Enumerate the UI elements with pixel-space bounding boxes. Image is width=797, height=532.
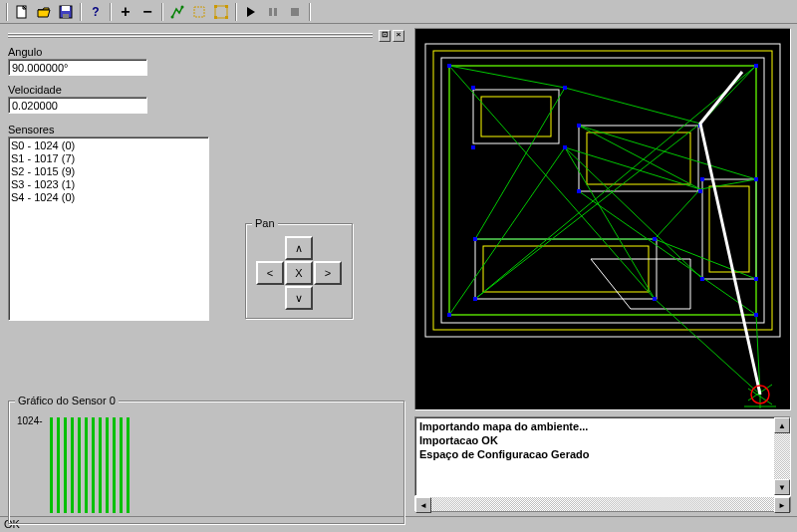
list-item[interactable]: S3 - 1023 (1) (11, 178, 206, 191)
svg-rect-20 (481, 97, 551, 136)
open-button[interactable] (34, 2, 54, 22)
scroll-down-icon[interactable]: ▼ (774, 479, 790, 495)
bar (120, 417, 123, 513)
svg-rect-40 (754, 177, 758, 181)
panel-grip[interactable] (8, 33, 373, 39)
right-panel: Importando mapa do ambiente... Importaca… (412, 24, 797, 516)
svg-rect-26 (483, 246, 649, 292)
svg-rect-3 (63, 14, 69, 18)
svg-rect-43 (473, 237, 477, 241)
list-item[interactable]: S2 - 1015 (9) (11, 165, 206, 178)
svg-rect-34 (471, 145, 475, 149)
log-textarea[interactable]: Importando mapa do ambiente... Importaca… (414, 416, 791, 496)
sensor-chart: 1024- (17, 413, 396, 515)
svg-point-4 (171, 15, 174, 18)
log-vscrollbar[interactable]: ▲ ▼ (774, 417, 790, 495)
sensores-label: Sensores (8, 124, 404, 135)
list-item[interactable]: S4 - 1024 (0) (11, 191, 206, 204)
svg-rect-31 (563, 86, 567, 90)
separator (235, 3, 237, 21)
svg-rect-39 (700, 177, 704, 181)
chart-bars (50, 417, 130, 513)
sensor-chart-label: Gráfico do Sensor 0 (15, 395, 119, 406)
pan-label: Pan (252, 217, 278, 229)
svg-rect-2 (62, 6, 70, 11)
scroll-left-icon[interactable]: ◄ (415, 497, 431, 513)
save-button[interactable] (56, 2, 76, 22)
svg-rect-10 (214, 16, 217, 19)
svg-rect-42 (754, 277, 758, 281)
list-item[interactable]: S0 - 1024 (0) (11, 139, 206, 152)
log-line: Importacao OK (419, 433, 786, 447)
main-panels: ⊡ × Angulo Velocidade Sensores S0 - 1024… (0, 24, 797, 516)
log-line: Espaço de Configuracao Gerado (419, 447, 786, 461)
pause-button[interactable] (263, 2, 283, 22)
log-hscrollbar[interactable]: ◄ ► (414, 496, 791, 512)
separator (161, 3, 163, 21)
angulo-input[interactable] (8, 59, 147, 76)
zoom-in-button[interactable]: + (116, 2, 135, 22)
svg-rect-15 (425, 44, 780, 337)
bar (71, 417, 74, 513)
svg-rect-29 (447, 313, 451, 317)
stop-button[interactable] (285, 2, 305, 22)
pan-right-button[interactable]: > (314, 261, 342, 285)
scroll-up-icon[interactable]: ▲ (774, 417, 790, 433)
velocidade-input[interactable] (8, 97, 147, 114)
map-svg (415, 29, 790, 409)
bar (106, 417, 109, 513)
svg-rect-19 (473, 90, 559, 143)
sensor-chart-group: Gráfico do Sensor 0 1024- (8, 400, 404, 524)
scroll-track[interactable] (431, 497, 774, 511)
svg-rect-35 (577, 124, 581, 128)
separator (309, 3, 311, 21)
scroll-right-icon[interactable]: ► (774, 497, 790, 513)
svg-rect-9 (225, 5, 228, 8)
svg-rect-12 (269, 8, 272, 16)
svg-rect-14 (291, 8, 299, 16)
svg-rect-44 (653, 237, 657, 241)
bar (50, 417, 53, 513)
panel-titlebar: ⊡ × (8, 30, 404, 42)
bounds-tool-button[interactable] (211, 2, 231, 22)
zoom-out-button[interactable]: − (137, 2, 157, 22)
map-canvas[interactable] (414, 28, 791, 410)
pan-left-button[interactable]: < (256, 261, 284, 285)
separator (6, 3, 8, 21)
graph-tool-button[interactable] (167, 2, 187, 22)
log-line: Importando mapa do ambiente... (419, 419, 786, 433)
pan-center-button[interactable]: X (285, 261, 313, 285)
sensores-listbox[interactable]: S0 - 1024 (0) S1 - 1017 (7) S2 - 1015 (9… (8, 136, 209, 321)
list-item[interactable]: S1 - 1017 (7) (11, 152, 206, 165)
bar (85, 417, 88, 513)
svg-point-5 (181, 5, 184, 8)
play-button[interactable] (241, 2, 261, 22)
svg-rect-37 (577, 189, 581, 193)
log-panel: Importando mapa do ambiente... Importaca… (414, 416, 791, 512)
chart-ytick: 1024- (17, 415, 43, 426)
svg-rect-18 (449, 66, 756, 315)
left-panel: ⊡ × Angulo Velocidade Sensores S0 - 1024… (0, 24, 412, 516)
svg-rect-23 (702, 179, 756, 279)
region-tool-button[interactable] (189, 2, 209, 22)
svg-rect-33 (471, 86, 475, 90)
svg-rect-32 (563, 145, 567, 149)
pan-down-button[interactable]: ∨ (285, 286, 313, 310)
scroll-track[interactable] (774, 433, 790, 479)
svg-rect-41 (700, 277, 704, 281)
svg-rect-8 (214, 5, 217, 8)
pan-up-button[interactable]: ∧ (285, 236, 313, 260)
svg-rect-22 (587, 133, 690, 184)
svg-rect-27 (447, 64, 451, 68)
dock-button[interactable]: ⊡ (379, 30, 391, 42)
new-button[interactable] (12, 2, 32, 22)
bar (99, 417, 102, 513)
bar (127, 417, 130, 513)
pan-grid: ∧ < X > ∨ (254, 236, 344, 310)
svg-rect-13 (274, 8, 277, 16)
help-button[interactable]: ? (86, 2, 106, 22)
bar (92, 417, 95, 513)
bar (78, 417, 81, 513)
svg-rect-6 (194, 7, 204, 17)
close-panel-button[interactable]: × (393, 30, 404, 42)
